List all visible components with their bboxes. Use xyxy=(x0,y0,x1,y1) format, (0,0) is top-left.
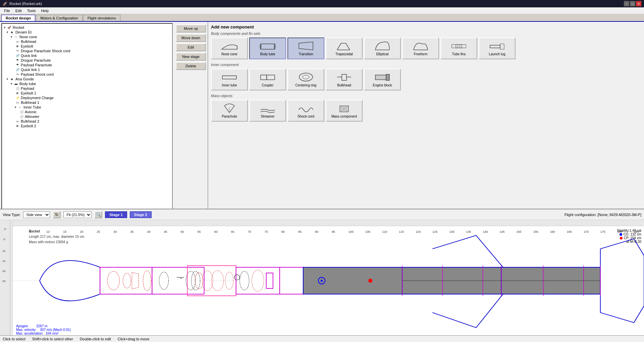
shock-cord-btn[interactable]: Shock cord xyxy=(287,100,324,122)
tab-motors-config[interactable]: Motors & Configuration xyxy=(36,15,83,21)
body-tube-btn[interactable]: Body tube xyxy=(249,38,286,59)
transition-icon xyxy=(298,41,314,51)
tree-label-rocket: Rocket xyxy=(13,25,24,29)
svg-text:130: 130 xyxy=(449,230,454,233)
svg-rect-79 xyxy=(100,267,152,294)
tree-item-bulkhead[interactable]: ▭ Bulkhead xyxy=(3,39,171,44)
tree-item-bulkhead-2[interactable]: ▭ Bulkhead 2 xyxy=(3,119,171,124)
delete-button[interactable]: Delete xyxy=(176,62,206,70)
tree-item-drogue-shockcord[interactable]: 〜 Drogue Parachute Shock cord xyxy=(3,49,171,53)
view-toolbar: View Type: Side view Back view 3D view ↻… xyxy=(0,209,644,220)
coupler-btn[interactable]: Coupler xyxy=(249,69,286,90)
flight-config: Flight configuration: [None; 8429-M2020-… xyxy=(565,213,641,217)
trapezoidal-btn[interactable]: Trapezoidal xyxy=(326,38,363,59)
mass-component-icon xyxy=(336,103,353,113)
tree-item-quicklink-1[interactable]: 🔗 Quick link 1 xyxy=(3,67,171,72)
parachute-btn[interactable]: Parachute xyxy=(211,100,248,122)
menu-file[interactable]: File xyxy=(1,8,13,13)
tree-item-altimeter[interactable]: ⬜ Altimeter xyxy=(3,114,171,119)
svg-text:50: 50 xyxy=(181,230,184,233)
tree-item-inner-tube[interactable]: ▼ ▭ Inner Tube xyxy=(3,105,171,110)
svg-text:115: 115 xyxy=(399,230,404,233)
tube-fins-btn[interactable]: Tube fins xyxy=(440,38,477,59)
tree-item-quicklink[interactable]: 🔗 Quick link xyxy=(3,53,171,58)
elliptical-btn[interactable]: Elliptical xyxy=(364,38,401,59)
tree-label-inner-tube: Inner Tube xyxy=(23,105,41,109)
trapezoidal-icon xyxy=(336,41,353,51)
svg-rect-26 xyxy=(375,75,386,80)
move-down-button[interactable]: Move down xyxy=(176,34,206,42)
edit-button[interactable]: Edit xyxy=(176,43,206,51)
title-bar-left: 🚀 Rocket (Rocket.ork) xyxy=(3,2,42,6)
rotate-icon-btn[interactable]: ↻ xyxy=(53,211,61,218)
tree-item-eyebolt-1[interactable]: ⊕ Eyebolt 1 xyxy=(3,91,171,95)
freeform-icon xyxy=(412,41,429,51)
tree-item-payload-parachute[interactable]: ☂ Payload Parachute xyxy=(3,63,171,67)
menu-help[interactable]: Help xyxy=(38,8,51,13)
launch-lug-btn[interactable]: Launch lug xyxy=(479,38,516,59)
tree-label-bulkhead-1: Bulkhead 1 xyxy=(21,100,39,105)
transition-label: Transition xyxy=(299,52,313,56)
svg-text:170: 170 xyxy=(584,230,589,233)
nose-cone-btn[interactable]: Nose cone xyxy=(211,38,248,59)
acceleration-label: Max. acceleration: xyxy=(16,332,43,335)
tree-item-devam-et[interactable]: ▼ ◈ Devam Et xyxy=(3,30,171,35)
menu-edit[interactable]: Edit xyxy=(13,8,24,13)
engine-block-btn[interactable]: Engine block xyxy=(364,69,401,90)
tree-item-payload-shockcord[interactable]: 〜 Payload Shock cord xyxy=(3,72,171,77)
stats-overlay: Apogee: 3267 m Max. velocity: 307 m/s (M… xyxy=(16,324,71,335)
stage2-button[interactable]: Stage 2 xyxy=(130,211,152,218)
tree-item-rocket[interactable]: ▼ 🚀 Rocket xyxy=(3,25,171,30)
fit-select[interactable]: Fit (21.5%) 50% 100% xyxy=(63,211,92,218)
tree-item-drogue-parachute[interactable]: ☂ Drogue Parachute xyxy=(3,58,171,63)
nose-cone-icon xyxy=(221,41,238,51)
rocket-drawing[interactable]: Rocket Length 217 cm, max. diameter 15 c… xyxy=(13,226,644,335)
svg-line-6 xyxy=(346,43,350,50)
rocket-svg: 5 10 15 20 25 30 35 40 45 50 55 60 65 70… xyxy=(13,226,644,335)
bulkhead-comp-btn[interactable]: Bulkhead xyxy=(326,69,363,90)
velocity-value: 307 m/s (Mach 0.91) xyxy=(40,328,71,332)
inner-tube-btn[interactable]: Inner tube xyxy=(211,69,248,90)
status-double-click: Double-click to edit xyxy=(80,337,111,341)
svg-rect-97 xyxy=(280,267,303,294)
nose-cone-label: Nose cone xyxy=(221,52,237,56)
svg-text:135: 135 xyxy=(466,230,471,233)
tree-item-avionic[interactable]: ⬜ Avionic xyxy=(3,110,171,114)
tree-label-eyebolt-1: Eyebolt 1 xyxy=(21,91,36,95)
tree-item-eyebolt[interactable]: ⊕ Eyebolt xyxy=(3,44,171,49)
tab-flight-simulations[interactable]: Flight simulations xyxy=(83,15,120,21)
stage1-button[interactable]: Stage 1 xyxy=(105,211,127,218)
svg-text:65: 65 xyxy=(231,230,234,233)
shock-cord-label: Shock cord xyxy=(298,115,314,118)
freeform-btn[interactable]: Freeform xyxy=(402,38,439,59)
tree-item-deployment-charge[interactable]: ⚡ Deployment Charge xyxy=(3,95,171,100)
move-up-button[interactable]: Move up xyxy=(176,24,206,32)
streamer-btn[interactable]: Streamer xyxy=(249,100,286,122)
title-bar-controls[interactable]: − □ ✕ xyxy=(624,1,641,6)
close-button[interactable]: ✕ xyxy=(636,1,641,6)
transition-btn[interactable]: Transition xyxy=(287,38,324,59)
tab-rocket-design[interactable]: Rocket design xyxy=(1,15,35,21)
maximize-button[interactable]: □ xyxy=(630,1,635,6)
tree-item-payload[interactable]: ⬜ Payload xyxy=(3,86,171,91)
tree-item-body-tube[interactable]: ▼ ▬ Body tube xyxy=(3,81,171,86)
svg-text:100: 100 xyxy=(348,230,354,233)
tree-item-ana-govde[interactable]: ▼ ◈ Ana Govde xyxy=(3,77,171,81)
svg-text:145: 145 xyxy=(500,230,505,233)
zoom-icon-btn[interactable]: 🔍 xyxy=(94,211,102,218)
freeform-label: Freeform xyxy=(414,52,428,56)
body-components-grid: Nose cone Body tube xyxy=(211,38,641,59)
tree-item-eyebolt-2[interactable]: ⊕ Eyebolt 2 xyxy=(3,124,171,128)
mass-component-btn[interactable]: Mass component xyxy=(326,100,363,122)
svg-text:25: 25 xyxy=(97,230,100,233)
svg-text:150: 150 xyxy=(517,230,522,233)
menu-tools[interactable]: Tools xyxy=(24,8,39,13)
tree-item-bulkhead-1[interactable]: ▭ Bulkhead 1 xyxy=(3,100,171,105)
svg-text:0°: 0° xyxy=(4,228,7,231)
centering-ring-btn[interactable]: Centering ring xyxy=(287,69,324,90)
new-stage-button[interactable]: New stage xyxy=(176,53,206,61)
tree-item-nose-cone[interactable]: ▼ ⬡ Nose cone xyxy=(3,35,171,39)
svg-rect-96 xyxy=(266,273,273,288)
minimize-button[interactable]: − xyxy=(624,1,629,6)
view-type-select[interactable]: Side view Back view 3D view xyxy=(23,211,50,218)
